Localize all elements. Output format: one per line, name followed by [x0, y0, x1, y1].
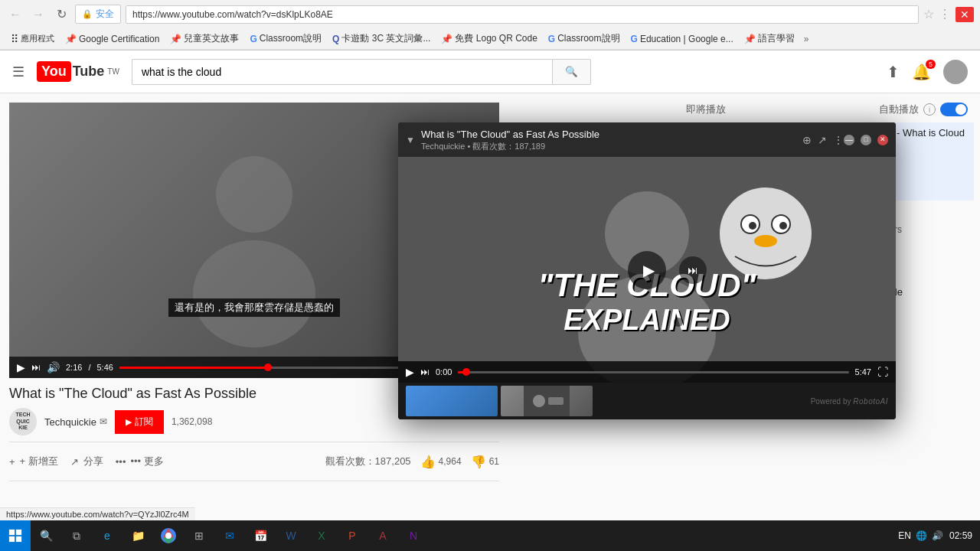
fp-video-controls: ▶ ⏭ 0:00 5:47 ⛶	[398, 361, 896, 383]
security-indicator: 🔒 安全	[75, 5, 121, 24]
bookmark-star-icon[interactable]: ☆	[923, 7, 934, 21]
like-button[interactable]: 👍 4,964	[420, 455, 462, 469]
taskbar-powerpoint[interactable]: P	[337, 520, 368, 551]
toggle-dot	[956, 104, 966, 115]
fp-minimize-button[interactable]: —	[844, 135, 854, 145]
fp-expand-button[interactable]: ⛶	[877, 366, 888, 378]
taskbar-task-view[interactable]: ⧉	[61, 520, 92, 551]
bookmark-classroom-1[interactable]: G Classroom說明	[245, 31, 326, 47]
svg-rect-18	[16, 530, 21, 535]
autoplay-info-icon[interactable]: i	[923, 103, 936, 116]
taskbar-ie[interactable]: e	[92, 520, 122, 551]
bookmark-icon: 📌	[441, 34, 452, 44]
bookmark-google-cert[interactable]: 📌 Google Certification	[60, 32, 164, 46]
bookmark-education[interactable]: G Education | Google e...	[626, 32, 738, 46]
taskbar-excel[interactable]: X	[306, 520, 337, 551]
bookmark-children-english[interactable]: 📌 兒童英文故事	[165, 31, 243, 47]
bookmark-language[interactable]: 📌 語言學習	[740, 31, 799, 47]
fp-add-icon[interactable]: ⊕	[802, 134, 812, 146]
address-bar[interactable]: https://www.youtube.com/watch?v=dsKlpLKo…	[126, 5, 919, 24]
taskbar-folder[interactable]: 📁	[122, 520, 153, 551]
next-button[interactable]: ⏭	[31, 362, 41, 373]
taskbar-lang: EN	[898, 530, 911, 541]
header-actions: ⬆ 🔔 5	[887, 60, 968, 84]
bookmarks-more-icon[interactable]: »	[801, 32, 812, 46]
share-button[interactable]: ↗ 分享	[70, 455, 103, 468]
upload-icon[interactable]: ⬆	[887, 63, 900, 81]
subscribe-button[interactable]: ▶ 訂閱	[115, 410, 164, 434]
taskbar-items: 🔍 ⧉ e 📁 ⊞ ✉ 📅 W	[31, 520, 890, 551]
bookmark-label: 語言學習	[758, 32, 795, 45]
bookmark-label: Education | Google e...	[640, 34, 733, 44]
verified-icon: ✉	[100, 416, 107, 427]
footer-thumb-2[interactable]	[501, 386, 593, 416]
taskbar-chrome[interactable]	[153, 520, 184, 551]
fp-more-icon[interactable]: ⋮	[833, 134, 844, 146]
bookmark-label: Classroom說明	[557, 32, 619, 45]
fp-maximize-button[interactable]: □	[861, 135, 871, 145]
svg-rect-20	[16, 536, 21, 542]
more-button[interactable]: ••• ••• 更多	[116, 455, 164, 468]
youtube-search-bar: 🔍	[132, 59, 591, 85]
browser-menu-icon[interactable]: ⋮	[939, 7, 951, 21]
bookmark-label: 免費 Logo QR Code	[455, 32, 537, 45]
fp-next-button[interactable]: ⏭	[420, 367, 430, 377]
search-input[interactable]	[132, 59, 552, 85]
bookmark-logo-qr[interactable]: 📌 免費 Logo QR Code	[436, 31, 541, 47]
autoplay-title: 即將播放	[686, 103, 726, 116]
reload-button[interactable]: ↻	[52, 5, 70, 24]
browser-toolbar: ← → ↻ 🔒 安全 https://www.youtube.com/watch…	[0, 0, 980, 28]
status-url: https://www.youtube.com/watch?v=QYzJl0Zr…	[6, 510, 189, 519]
notifications-icon[interactable]: 🔔 5	[912, 63, 931, 81]
youtube-logo[interactable]: You Tube TW	[37, 61, 119, 82]
floating-player-video-area[interactable]: "THE CLOUD" EXPLAINED ▶ ⏭ ▶ ⏭ 0:00 5:47 …	[398, 157, 896, 383]
bookmarks-bar: ⠿ 應用程式 📌 Google Certification 📌 兒童英文故事 G…	[0, 28, 980, 50]
fp-play-center-button[interactable]: ▶	[628, 251, 666, 289]
taskbar-access[interactable]: A	[368, 520, 398, 551]
add-to-button[interactable]: + + 新增至	[9, 455, 58, 468]
bookmark-3c-dict[interactable]: Q 卡遊動 3C 英文詞彙...	[328, 31, 435, 47]
taskbar-apps[interactable]: ⊞	[184, 520, 214, 551]
taskbar-onenote[interactable]: N	[398, 520, 429, 551]
taskbar-search[interactable]: 🔍	[31, 520, 61, 551]
floating-player-dropdown[interactable]: ▼	[406, 135, 415, 145]
youtube-menu-icon[interactable]: ☰	[12, 64, 24, 80]
bookmark-classroom-2[interactable]: G Classroom說明	[544, 31, 625, 47]
footer-thumb-1[interactable]	[406, 386, 498, 416]
forward-button[interactable]: →	[29, 5, 47, 24]
google-icon: G	[250, 34, 256, 44]
fp-center-controls: ▶	[628, 251, 666, 289]
fp-progress-bar[interactable]	[458, 371, 848, 373]
fp-play-button[interactable]: ▶	[406, 366, 414, 378]
search-button[interactable]: 🔍	[552, 59, 591, 85]
fp-text-line2: EXPLAINED	[398, 304, 896, 337]
taskbar-word[interactable]: W	[276, 520, 306, 551]
fp-progress-dot	[462, 368, 470, 376]
svg-point-13	[754, 235, 777, 247]
start-button[interactable]	[0, 520, 31, 551]
fp-next-center-button[interactable]: ⏭	[679, 256, 707, 284]
fp-current-time: 0:00	[436, 367, 452, 377]
play-button[interactable]: ▶	[17, 361, 25, 373]
footer-thumbnails	[406, 386, 593, 416]
fp-share-icon[interactable]: ↗	[818, 134, 827, 146]
bookmark-apps[interactable]: ⠿ 應用程式	[6, 31, 59, 47]
taskbar-calendar[interactable]: 📅	[245, 520, 276, 551]
volume-button[interactable]: 🔊	[47, 361, 60, 373]
svg-rect-17	[9, 530, 15, 535]
autoplay-toggle[interactable]	[940, 103, 968, 116]
channel-name[interactable]: Techquickie ✉	[44, 416, 107, 428]
dislike-button[interactable]: 👎 61	[471, 455, 499, 469]
channel-logo[interactable]: TECHQUICKIE	[9, 408, 37, 435]
fp-close-button[interactable]: ✕	[877, 135, 888, 145]
url-text: https://www.youtube.com/watch?v=dsKlpLKo…	[132, 9, 333, 20]
more-icon: •••	[116, 456, 126, 468]
video-subtitle: 還有是的，我會那麼雲存儲是愚蠢的	[168, 298, 340, 317]
taskbar-mail[interactable]: ✉	[214, 520, 245, 551]
svg-rect-19	[9, 536, 15, 542]
progress-dot	[264, 364, 272, 371]
browser-resize-icon[interactable]: ✕	[956, 7, 974, 22]
user-avatar[interactable]	[943, 60, 968, 84]
back-button[interactable]: ←	[6, 5, 24, 24]
taskbar-volume-icon: 🔊	[932, 530, 943, 541]
